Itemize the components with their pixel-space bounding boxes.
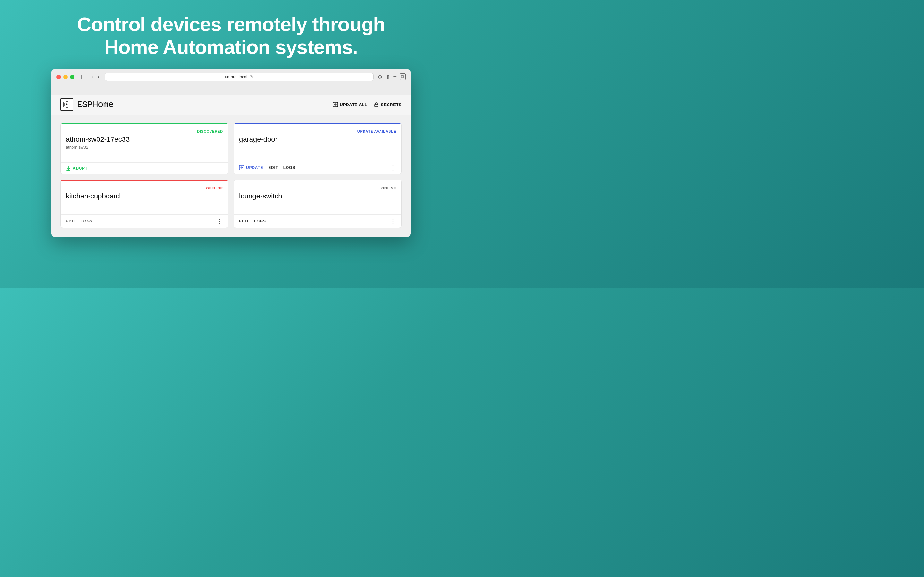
status-badge: DISCOVERED (197, 129, 223, 133)
browser-nav: ‹ › (90, 73, 101, 80)
device-card-lounge-switch: ONLINE lounge-switch EDIT LOGS ⋮ (234, 179, 402, 228)
device-name: lounge-switch (234, 192, 401, 201)
close-button[interactable] (57, 75, 61, 79)
device-type: athom.sw02 (61, 145, 228, 154)
app-content: DISCOVERED athom-sw02-17ec33 athom.sw02 … (51, 115, 411, 237)
app-title: ESPHome (77, 100, 113, 110)
edit-label: EDIT (66, 219, 76, 223)
back-button[interactable]: ‹ (90, 73, 95, 80)
update-label: UPDATE (246, 165, 263, 170)
card-header: UPDATE AVAILABLE (234, 124, 401, 135)
adopt-button[interactable]: ADOPT (66, 166, 87, 171)
browser-window: ‹ › umbrel.local ↻ ⊙ ⬆ + ⧉ (51, 69, 411, 237)
logs-label: LOGS (254, 219, 266, 223)
card-actions: EDIT LOGS ⋮ (234, 214, 401, 227)
forward-button[interactable]: › (96, 73, 101, 80)
app-header: ESPHome UPDATE ALL SECRETS (51, 95, 411, 115)
address-bar[interactable]: umbrel.local ↻ (105, 73, 374, 81)
svg-rect-0 (80, 75, 85, 79)
update-all-button[interactable]: UPDATE ALL (333, 102, 367, 107)
card-actions: EDIT LOGS ⋮ (61, 214, 228, 227)
share-icon[interactable]: ⬆ (386, 74, 390, 80)
logs-label: LOGS (81, 219, 93, 223)
minimize-button[interactable] (63, 75, 68, 79)
traffic-lights (57, 75, 74, 79)
more-button[interactable]: ⋮ (390, 218, 396, 224)
hero-heading: Control devices remotely through Home Au… (51, 0, 411, 69)
logs-label: LOGS (283, 165, 295, 170)
device-type (234, 201, 401, 206)
card-actions: ADOPT (61, 162, 228, 174)
device-name: garage-door (234, 135, 401, 145)
logo-icon (60, 98, 73, 111)
edit-label: EDIT (239, 219, 249, 223)
lock-icon (374, 102, 379, 107)
reload-icon[interactable]: ↻ (250, 74, 254, 79)
svg-rect-12 (375, 104, 378, 107)
device-card-garage-door: UPDATE AVAILABLE garage-door UPDATE EDIT… (234, 123, 402, 175)
edit-label: EDIT (268, 165, 278, 170)
more-button[interactable]: ⋮ (390, 164, 396, 171)
update-all-icon (333, 102, 338, 107)
update-button[interactable]: UPDATE (239, 165, 263, 170)
card-header: DISCOVERED (61, 124, 228, 135)
update-icon (239, 165, 244, 170)
tabs-icon[interactable]: ⧉ (400, 73, 405, 80)
status-badge: ONLINE (381, 185, 396, 190)
browser-tab-bar (57, 84, 405, 95)
maximize-button[interactable] (70, 75, 74, 79)
secrets-button[interactable]: SECRETS (374, 102, 402, 107)
download-icon[interactable]: ⊙ (378, 73, 383, 81)
card-actions: UPDATE EDIT LOGS ⋮ (234, 161, 401, 174)
card-header: ONLINE (234, 181, 401, 192)
logs-button[interactable]: LOGS (283, 165, 295, 170)
device-name: kitchen-cupboard (61, 192, 228, 201)
app-logo: ESPHome (60, 98, 113, 111)
edit-button[interactable]: EDIT (268, 165, 278, 170)
browser-right-buttons: ⊙ ⬆ + ⧉ (378, 73, 405, 81)
device-card-athom: DISCOVERED athom-sw02-17ec33 athom.sw02 … (60, 123, 228, 175)
header-actions: UPDATE ALL SECRETS (333, 102, 402, 107)
edit-button[interactable]: EDIT (66, 219, 76, 223)
svg-rect-4 (66, 105, 67, 105)
device-type (234, 145, 401, 149)
logs-button[interactable]: LOGS (81, 219, 93, 223)
status-badge: UPDATE AVAILABLE (357, 129, 396, 133)
more-button[interactable]: ⋮ (216, 218, 223, 224)
sidebar-icon[interactable] (78, 73, 87, 81)
device-card-kitchen-cupboard: OFFLINE kitchen-cupboard EDIT LOGS ⋮ (60, 179, 228, 228)
adopt-icon (66, 166, 71, 171)
device-type (61, 201, 228, 206)
adopt-label: ADOPT (73, 166, 87, 171)
edit-button[interactable]: EDIT (239, 219, 249, 223)
logs-button[interactable]: LOGS (254, 219, 266, 223)
card-header: OFFLINE (61, 181, 228, 192)
new-tab-icon[interactable]: + (393, 73, 397, 80)
browser-chrome: ‹ › umbrel.local ↻ ⊙ ⬆ + ⧉ (51, 69, 411, 95)
url-text: umbrel.local (225, 74, 247, 79)
status-badge: OFFLINE (206, 185, 223, 190)
device-name: athom-sw02-17ec33 (61, 135, 228, 145)
